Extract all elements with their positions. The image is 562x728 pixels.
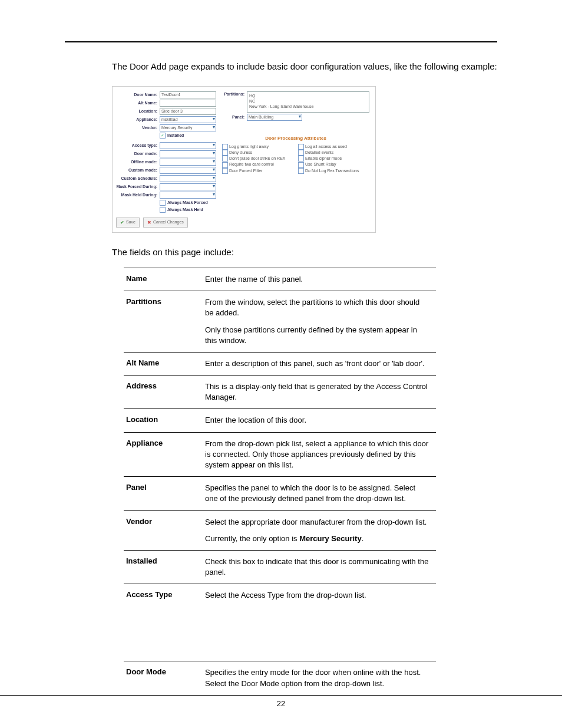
partition-item[interactable]: HQ [249, 93, 367, 98]
label-door-mode: Door mode: [116, 151, 160, 157]
page-footer: 22 [0, 695, 562, 708]
label-always-mask-forced: Always Mask Forced [167, 200, 208, 206]
dpa-label: Log grants right away [229, 144, 269, 149]
dpa-label: Require two card control [229, 162, 274, 166]
checkbox-dpa[interactable] [222, 156, 228, 162]
field-desc-p: Specifies the panel to which the door is… [205, 483, 430, 504]
select-access-type[interactable] [160, 142, 216, 149]
checkbox-dpa[interactable] [222, 144, 228, 150]
table-row: LocationEnter the location of this door. [124, 409, 436, 432]
field-desc-p: Select the Access Type from the drop-dow… [205, 590, 430, 601]
field-desc-p: Select the appropriate door manufacturer… [205, 517, 430, 528]
label-mask-forced: Mask Forced During: [116, 184, 160, 190]
checkbox-always-mask-forced[interactable] [160, 200, 166, 206]
table-row: AddressThis is a display-only field that… [124, 375, 436, 409]
checkbox-dpa[interactable] [298, 150, 304, 156]
field-name: Access Type [124, 584, 203, 661]
table-row: PanelSpecifies the panel to which the do… [124, 477, 436, 510]
top-rule [65, 41, 497, 42]
input-alt-name[interactable] [160, 100, 216, 107]
dpa-label: Deny duress [229, 150, 252, 154]
field-desc-p: Only those partitions currently defined … [205, 325, 430, 346]
label-vendor: Vendor: [116, 125, 160, 131]
checkbox-installed[interactable]: ✓ [160, 133, 166, 139]
checkbox-always-mask-held[interactable] [160, 207, 166, 213]
field-name: Address [124, 375, 203, 409]
label-panel: Panel: [222, 114, 247, 120]
select-mask-forced[interactable] [160, 183, 216, 190]
partition-item[interactable]: New York - Long Island Warehouse [249, 104, 367, 109]
intro-text: The Door Add page expands to include bas… [65, 60, 497, 73]
dpa-label: Use Shunt Relay [305, 162, 336, 166]
select-vendor[interactable]: Mercury Security [160, 124, 216, 131]
label-location: Location: [116, 108, 160, 114]
screenshot-mockup: Door Name:TestDoor4 Alt Name: Location:S… [112, 86, 376, 233]
input-door-name[interactable]: TestDoor4 [160, 91, 216, 98]
label-partitions: Partitions: [222, 91, 247, 97]
table-row: Door ModeSpecifies the entry mode for th… [124, 661, 436, 695]
table-row: NameEnter the name of this panel. [124, 268, 436, 291]
field-desc-p: From the window, select the partitions t… [205, 297, 430, 318]
label-custom-schedule: Custom Schedule: [116, 176, 160, 182]
dpa-label: Detailed events [305, 150, 333, 154]
field-desc-p: Currently, the only option is Mercury Se… [205, 533, 430, 544]
label-mask-held: Mask Held During: [116, 192, 160, 198]
field-desc: Enter the name of this panel. [203, 268, 436, 291]
checkbox-dpa[interactable] [222, 168, 228, 174]
checkbox-dpa[interactable] [298, 144, 304, 150]
checkbox-dpa[interactable] [298, 162, 304, 168]
dpa-title: Door Processing Attributes [222, 135, 369, 141]
field-name: Partitions [124, 291, 203, 353]
table-row: Alt NameEnter a description of this pane… [124, 352, 436, 375]
table-row: ApplianceFrom the drop-down pick list, s… [124, 432, 436, 477]
cancel-button-label: Cancel Changes [153, 219, 184, 225]
field-desc: From the drop-down pick list, select a a… [203, 432, 436, 477]
dpa-col-left: Log grants right away Deny duress Don't … [222, 144, 293, 174]
x-icon: ✖ [147, 219, 151, 226]
field-desc: From the window, select the partitions t… [203, 291, 436, 353]
listbox-partitions[interactable]: HQ NC New York - Long Island Warehouse [247, 91, 369, 113]
label-offline-mode: Offline mode: [116, 159, 160, 165]
fields-table: NameEnter the name of this panel.Partiti… [124, 268, 436, 696]
label-installed: Installed [167, 133, 184, 139]
select-custom-schedule[interactable] [160, 175, 216, 182]
field-desc: Enter a description of this panel, such … [203, 352, 436, 375]
save-button[interactable]: ✔Save [116, 218, 140, 228]
select-offline-mode[interactable] [160, 159, 216, 166]
select-appliance[interactable]: mskilbad [160, 116, 216, 123]
field-name: Location [124, 409, 203, 432]
field-desc-p: From the drop-down pick list, select a a… [205, 439, 430, 471]
select-mask-held[interactable] [160, 192, 216, 199]
select-panel[interactable]: Main Building [247, 114, 302, 121]
select-door-mode[interactable] [160, 150, 216, 157]
field-name: Alt Name [124, 352, 203, 375]
field-desc-p: Enter the name of this panel. [205, 274, 430, 285]
select-custom-mode[interactable] [160, 167, 216, 174]
field-desc-p: Enter the location of this door. [205, 415, 430, 426]
checkbox-dpa[interactable] [298, 168, 304, 174]
checkbox-dpa[interactable] [222, 150, 228, 156]
field-desc: Enter the location of this door. [203, 409, 436, 432]
sub-intro-text: The fields on this page include: [65, 247, 497, 257]
dpa-col-right: Log all access as used Detailed events E… [298, 144, 369, 174]
cancel-button[interactable]: ✖Cancel Changes [143, 218, 188, 228]
label-access-type: Access type: [116, 143, 160, 149]
field-desc-p: Check this box to indicate that this doo… [205, 556, 430, 578]
checkbox-dpa[interactable] [298, 156, 304, 162]
field-desc-p: Specifies the entry mode for the door wh… [205, 667, 430, 689]
dpa-label: Don't pulse door strike on REX [229, 156, 286, 160]
field-name: Name [124, 268, 203, 291]
check-icon: ✔ [120, 219, 124, 226]
input-location[interactable]: Side door 3 [160, 108, 216, 115]
field-name: Door Mode [124, 661, 203, 695]
field-desc: This is a display-only field that is gen… [203, 375, 436, 409]
table-row: VendorSelect the appropriate door manufa… [124, 510, 436, 550]
checkbox-dpa[interactable] [222, 162, 228, 168]
field-name: Installed [124, 550, 203, 584]
dpa-label: Enable cipher mode [305, 156, 342, 160]
field-desc: Check this box to indicate that this doo… [203, 550, 436, 584]
partition-item[interactable]: NC [249, 98, 367, 104]
field-name: Panel [124, 477, 203, 510]
field-desc: Specifies the entry mode for the door wh… [203, 661, 436, 695]
label-custom-mode: Custom mode: [116, 167, 160, 173]
